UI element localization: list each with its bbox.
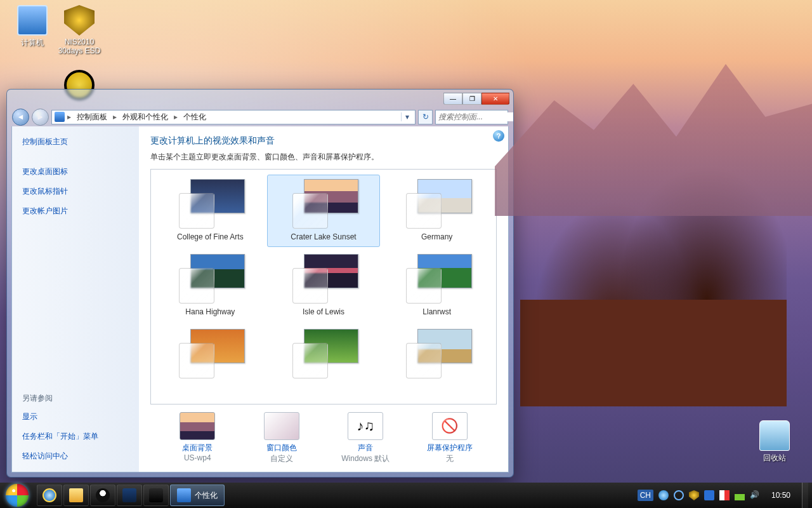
control-panel-icon [55,112,65,122]
theme-swatch-icon [179,193,214,229]
desktop-icon-label: 计算机 [9,37,56,48]
option-title: 屏幕保护程序 [412,443,488,453]
personalization-window[interactable]: — ❐ ✕ ◄ ► ▸ 控制面板 ▸ 外观和个性化 ▸ 个性化 ▾ ↻ 🔍 [6,89,514,478]
desktop-icon-label: 回收站 [751,453,798,464]
theme-swatch-icon [179,268,214,304]
sidebar-link-display[interactable]: 显示 [22,410,129,424]
nav-back-button[interactable]: ◄ [12,109,29,126]
page-subtitle: 单击某个主题立即更改桌面背景、窗口颜色、声音和屏幕保护程序。 [150,152,497,163]
desktop-icon-computer[interactable]: 计算机 [9,5,56,48]
breadcrumb-appearance[interactable]: 外观和个性化 [119,110,171,124]
theme-swatch-icon [292,268,328,304]
bottom-option[interactable]: 窗口颜色自定义 [244,412,320,464]
sidebar-home[interactable]: 控制面板主页 [22,135,129,149]
breadcrumb-separator: ▸ [113,112,117,121]
theme-thumbnail [289,254,358,304]
taskbar[interactable]: 个性化 CH 🔊 10:50 [0,483,812,508]
taskbar-item-media[interactable] [117,485,142,506]
bottom-option[interactable]: 🚫屏幕保护程序无 [412,412,488,464]
tray-shield-icon[interactable] [689,490,699,500]
option-icon [180,412,215,440]
address-dropdown[interactable]: ▾ [401,112,412,121]
show-desktop-button[interactable] [802,483,808,508]
theme-name: Isle of Lewis [270,307,377,316]
search-box[interactable]: 🔍 [435,110,508,124]
system-tray[interactable]: CH 🔊 10:50 [634,483,812,508]
taskbar-item-qq[interactable] [90,485,115,506]
breadcrumb-personalization[interactable]: 个性化 [180,110,209,124]
sidebar-link-mouse-pointer[interactable]: 更改鼠标指针 [22,185,129,198]
theme-item[interactable] [380,324,494,388]
tray-network-icon[interactable] [735,490,745,500]
taskbar-item-ie[interactable] [37,485,62,506]
sidebar-link-taskbar[interactable]: 任务栏和「开始」菜单 [22,430,129,443]
desktop[interactable]: 计算机 NIS2010 30days ESD 回收站 — ❐ ✕ ◄ ► ▸ 控… [0,0,812,508]
theme-thumbnail [402,179,472,229]
start-button[interactable] [0,483,34,508]
theme-item[interactable]: Hana Highway [154,250,267,322]
taskbar-item-label: 个性化 [195,490,218,501]
ie-icon [43,488,56,502]
tray-help-icon[interactable] [658,490,669,500]
main-panel: ? 更改计算机上的视觉效果和声音 单击某个主题立即更改桌面背景、窗口颜色、声音和… [139,126,508,472]
recycle-bin-icon [759,420,790,451]
tray-flag-icon[interactable] [719,490,730,500]
breadcrumb-control-panel[interactable]: 控制面板 [74,110,110,124]
taskbar-pinned: 个性化 [34,483,225,508]
theme-list[interactable]: College of Fine ArtsCrater Lake SunsetGe… [150,169,497,404]
taskbar-item-explorer[interactable] [63,485,89,506]
taskbar-item-app[interactable] [143,485,169,506]
option-icon [264,412,299,440]
theme-thumbnail [175,179,245,229]
theme-item[interactable] [154,324,267,388]
bottom-option[interactable]: ♪♫声音Windows 默认 [327,412,403,464]
theme-item[interactable]: Isle of Lewis [267,250,381,322]
help-button[interactable]: ? [493,130,504,142]
close-button[interactable]: ✕ [481,93,509,105]
media-icon [122,488,136,502]
minimize-button[interactable]: — [443,93,462,105]
bottom-option[interactable]: 桌面背景US-wp4 [159,412,235,464]
refresh-icon: ↻ [422,112,429,121]
arrow-right-icon: ► [37,112,44,121]
option-value: 无 [412,453,488,464]
tray-volume-icon[interactable]: 🔊 [750,490,760,500]
control-panel-icon [177,488,191,502]
sidebar-link-desktop-icons[interactable]: 更改桌面图标 [22,165,129,178]
shield-icon [64,5,95,36]
option-title: 窗口颜色 [244,443,320,453]
taskbar-item-personalization[interactable]: 个性化 [170,485,225,506]
option-icon: ♪♫ [348,412,383,440]
tray-clock[interactable]: 10:50 [765,491,797,500]
desktop-icon-recycle-bin[interactable]: 回收站 [751,420,798,464]
theme-item[interactable]: College of Fine Arts [154,175,267,247]
desktop-icon-nis[interactable]: NIS2010 30days ESD [56,5,103,55]
theme-name: College of Fine Arts [157,232,264,241]
theme-thumbnail [175,254,245,304]
address-bar[interactable]: ▸ 控制面板 ▸ 外观和个性化 ▸ 个性化 ▾ [51,110,416,124]
refresh-button[interactable]: ↻ [418,110,433,124]
tray-sync-icon[interactable] [674,490,684,500]
option-icon: 🚫 [432,412,468,440]
theme-item[interactable]: Germany [380,175,494,247]
theme-thumbnail [402,329,472,378]
sidebar-link-account-picture[interactable]: 更改帐户图片 [22,204,129,218]
tray-language[interactable]: CH [638,490,653,501]
windows-orb-icon [6,484,29,507]
desktop-icon-label: NIS2010 30days ESD [56,37,103,55]
tray-bluetooth-icon[interactable] [704,490,714,500]
theme-item[interactable] [267,324,381,388]
breadcrumb-separator: ▸ [174,112,178,121]
sidebar-link-ease-of-access[interactable]: 轻松访问中心 [22,450,129,463]
theme-item[interactable]: Llanrwst [380,250,494,322]
option-title: 声音 [327,443,403,453]
search-input[interactable] [438,112,514,121]
maximize-button[interactable]: ❐ [462,93,481,105]
option-value: US-wp4 [159,453,235,462]
titlebar[interactable]: — ❐ ✕ [7,90,513,107]
penguin-icon [96,488,110,502]
nav-forward-button[interactable]: ► [32,109,49,126]
option-value: Windows 默认 [327,453,403,464]
theme-swatch-icon [292,343,328,378]
theme-item[interactable]: Crater Lake Sunset [267,175,381,247]
